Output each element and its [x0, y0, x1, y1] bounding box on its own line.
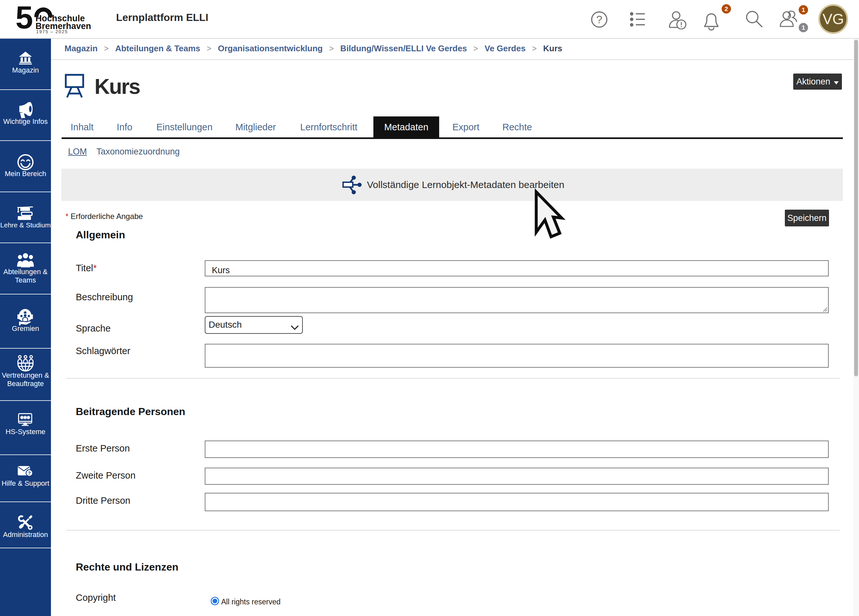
svg-text:5: 5: [16, 3, 33, 35]
svg-text:?: ?: [596, 13, 602, 25]
svg-text:?: ?: [28, 470, 31, 476]
svg-text:1975 – 2025: 1975 – 2025: [36, 29, 68, 34]
